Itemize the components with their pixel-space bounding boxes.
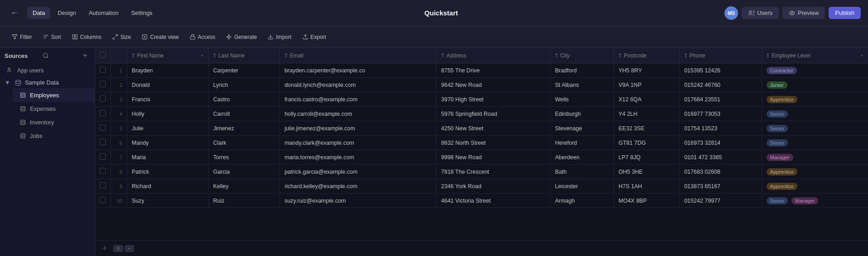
cell-city: St Albans (550, 78, 614, 92)
add-row-button[interactable]: + (100, 243, 110, 253)
cell-email: donald.lynch@example.com (280, 78, 436, 92)
avatar[interactable]: MS (724, 6, 738, 20)
row-checkbox[interactable] (100, 153, 106, 160)
cell-city: Edinburgh (550, 107, 614, 121)
app-title: Quickstart (158, 9, 724, 17)
sample-data-label: Sample Data (25, 79, 59, 86)
row-checkbox[interactable] (100, 168, 106, 174)
add-column-icon[interactable]: + (860, 52, 863, 59)
th-city-label: City (560, 52, 570, 59)
cell-first-name: Patrick (127, 165, 209, 179)
create-view-label: Create view (150, 34, 178, 40)
row-checkbox[interactable] (100, 182, 106, 189)
filter-button[interactable]: Filter (7, 32, 37, 43)
table-wrapper[interactable]: T First Name + T Last Name (95, 48, 868, 240)
svg-rect-24 (20, 106, 25, 111)
th-last-name[interactable]: T Last Name (208, 48, 280, 63)
cmd-key: ⌘ (113, 245, 123, 252)
table-row[interactable]: 4 Holly Carroll holly.carroll@example.co… (95, 107, 868, 121)
row-checkbox[interactable] (100, 66, 106, 73)
size-label: Size (120, 34, 131, 40)
cell-employee-level: Manager (762, 150, 868, 165)
cell-last-name: Garcia (208, 165, 280, 179)
row-checkbox-cell (95, 78, 111, 92)
import-icon (268, 34, 273, 40)
users-label: Users (757, 9, 772, 16)
row-checkbox-cell (95, 63, 111, 78)
columns-button[interactable]: Columns (67, 32, 106, 43)
row-checkbox[interactable] (100, 110, 106, 116)
th-employee-level[interactable]: T Employee Level + (762, 48, 868, 63)
sidebar-item-jobs[interactable]: Jobs (13, 129, 95, 142)
row-number: 2 (111, 78, 127, 92)
add-source-button[interactable]: + (80, 51, 90, 61)
cell-first-name: Donald (127, 78, 209, 92)
sidebar-item-app-users[interactable]: App users (0, 63, 95, 77)
nav-data[interactable]: Data (27, 7, 50, 19)
th-email-label: Email (290, 52, 303, 59)
row-checkbox[interactable] (100, 139, 106, 145)
cell-address: 3970 High Street (436, 92, 550, 107)
inventory-label: Inventory (30, 119, 54, 126)
size-button[interactable]: Size (108, 32, 135, 43)
table-row[interactable]: 5 Julie Jimenez julie.jimenez@example.co… (95, 121, 868, 136)
svg-rect-27 (20, 120, 25, 124)
th-postcode[interactable]: T Postcode (614, 48, 680, 63)
add-first-name-icon[interactable]: + (201, 52, 204, 59)
cell-city: Leicester (550, 179, 614, 194)
table-row[interactable]: 3 Francis Castro francis.castro@example.… (95, 92, 868, 107)
cell-employee-level: Apprentice (762, 179, 868, 194)
search-icon[interactable] (43, 52, 49, 59)
generate-button[interactable]: Generate (221, 32, 261, 43)
select-all-checkbox[interactable] (100, 52, 106, 58)
svg-point-0 (749, 10, 752, 13)
nav-settings[interactable]: Settings (126, 7, 158, 19)
sort-button[interactable]: Sort (38, 32, 66, 43)
publish-button[interactable]: Publish (829, 7, 861, 19)
th-email[interactable]: T Email (280, 48, 436, 63)
table-row[interactable]: 6 Mandy Clark mandy.clark@example.com 86… (95, 136, 868, 150)
svg-rect-21 (20, 93, 25, 97)
nav-design[interactable]: Design (52, 7, 81, 19)
access-button[interactable]: Access (185, 32, 220, 43)
row-checkbox[interactable] (100, 197, 106, 203)
cell-phone: 013873 65167 (680, 179, 762, 194)
sidebar-item-expenses[interactable]: Expenses (13, 102, 95, 115)
th-address[interactable]: T Address (436, 48, 550, 63)
table-row[interactable]: 10 Suzy Ruiz suzy.ruiz@example.com 4641 … (95, 194, 868, 208)
table-row[interactable]: 9 Richard Kelley richard.kelley@example.… (95, 179, 868, 194)
row-checkbox-cell (95, 136, 111, 150)
th-city[interactable]: T City (550, 48, 614, 63)
sidebar-item-sample-data[interactable]: ▼ Sample Data (0, 77, 95, 88)
cell-phone: 0101 472 3365 (680, 150, 762, 165)
sidebar-item-inventory[interactable]: Inventory (13, 115, 95, 129)
users-button[interactable]: Users (742, 7, 779, 19)
row-checkbox[interactable] (100, 81, 106, 87)
row-checkbox[interactable] (100, 124, 106, 131)
import-button[interactable]: Import (263, 32, 296, 43)
export-button[interactable]: Export (298, 32, 331, 43)
svg-point-17 (43, 53, 47, 57)
th-first-name[interactable]: T First Name + (127, 48, 209, 63)
table-row[interactable]: 1 Brayden Carpenter brayden.carpenter@ex… (95, 63, 868, 78)
nav-automation[interactable]: Automation (83, 7, 124, 19)
columns-label: Columns (80, 34, 101, 40)
table-row[interactable]: 7 Maria Torres maria.torres@example.com … (95, 150, 868, 165)
svg-line-9 (113, 38, 115, 39)
th-postcode-label: Postcode (624, 52, 647, 59)
th-phone[interactable]: T Phone (680, 48, 762, 63)
row-checkbox[interactable] (100, 95, 106, 102)
sidebar-item-employees[interactable]: Employees (13, 88, 95, 102)
create-view-button[interactable]: Create view (137, 32, 183, 43)
back-button[interactable]: ← (7, 6, 22, 20)
svg-rect-7 (75, 35, 77, 39)
table-row[interactable]: 2 Donald Lynch donald.lynch@example.com … (95, 78, 868, 92)
th-row-num (111, 48, 127, 63)
preview-button[interactable]: Preview (782, 7, 825, 19)
table-row[interactable]: 8 Patrick Garcia patrick.garcia@example.… (95, 165, 868, 179)
row-number: 7 (111, 150, 127, 165)
th-select-all[interactable] (95, 48, 111, 63)
cell-email: mandy.clark@example.com (280, 136, 436, 150)
cell-address: 4250 New Street (436, 121, 550, 136)
th-last-name-label: Last Name (218, 52, 245, 59)
